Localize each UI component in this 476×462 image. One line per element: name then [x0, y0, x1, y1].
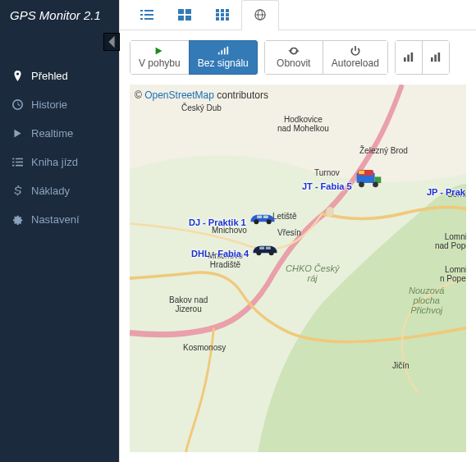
- map-town-label: Vřesín: [277, 228, 301, 237]
- svg-rect-39: [266, 247, 271, 249]
- view-tabs: [120, 0, 476, 30]
- clock-icon: [11, 99, 23, 110]
- grid-small-icon: [216, 9, 229, 21]
- svg-point-36: [254, 219, 259, 224]
- map-region-label: CHKO Českýráj: [286, 263, 339, 283]
- vehicle-marker[interactable]: JP - Prak: [427, 179, 466, 197]
- nav-costs[interactable]: Náklady: [0, 176, 119, 205]
- btn-label: Obnovit: [277, 57, 310, 69]
- bar-chart-icon: [430, 53, 442, 62]
- btn-label: V pohybu: [139, 57, 181, 69]
- map-town-label: Železný Brod: [359, 146, 408, 155]
- svg-rect-34: [257, 216, 262, 218]
- svg-point-37: [266, 219, 271, 224]
- svg-rect-3: [185, 16, 191, 21]
- svg-rect-9: [226, 13, 229, 16]
- dollar-icon: [11, 185, 23, 196]
- nav-label: Náklady: [31, 185, 70, 197]
- filter-group: V pohybu Bez signálu: [130, 40, 258, 75]
- chart1-button[interactable]: [395, 40, 423, 75]
- svg-rect-23: [431, 57, 433, 62]
- svg-rect-4: [216, 9, 219, 12]
- refresh-button[interactable]: Obnovit: [264, 40, 323, 75]
- chevron-left-icon: [104, 34, 119, 49]
- svg-point-41: [269, 250, 274, 255]
- svg-rect-0: [178, 9, 184, 14]
- svg-rect-30: [359, 171, 364, 174]
- filter-nosignal-button[interactable]: Bez signálu: [189, 40, 258, 75]
- svg-rect-20: [404, 57, 406, 62]
- map-town-label: Lomnicen Popelkou: [440, 265, 466, 283]
- car-icon: [251, 242, 279, 257]
- vehicle-marker[interactable]: DHL - Fabia 4: [191, 240, 279, 258]
- nav-history[interactable]: Historie: [0, 90, 119, 119]
- svg-rect-11: [221, 17, 224, 21]
- nav-settings[interactable]: Nastavení: [0, 205, 119, 234]
- nav-label: Realtime: [31, 127, 73, 140]
- svg-rect-16: [218, 53, 220, 55]
- app-title: GPS Monitor 2.1: [0, 0, 119, 34]
- autoreload-button[interactable]: Autoreload: [323, 40, 388, 75]
- vehicle-marker[interactable]: DJ - Praktik 1: [189, 209, 277, 227]
- refresh-icon: [288, 46, 300, 56]
- truck-icon: [355, 168, 382, 190]
- sidebar: GPS Monitor 2.1 Přehled Historie Realtim…: [0, 0, 119, 462]
- map-town-label: Lomnicenad Popelkou: [435, 232, 466, 250]
- svg-rect-8: [221, 13, 224, 16]
- nav-label: Přehled: [31, 70, 68, 82]
- svg-rect-24: [434, 55, 437, 62]
- filter-moving-button[interactable]: V pohybu: [130, 40, 190, 75]
- svg-rect-6: [226, 9, 229, 12]
- tab-grid-small[interactable]: [204, 0, 241, 30]
- toolbar: V pohybu Bez signálu Obnovit Autoreload: [120, 30, 476, 85]
- btn-label: Autoreload: [332, 57, 379, 69]
- globe-icon: [254, 9, 267, 21]
- power-icon: [350, 46, 361, 56]
- nav-label: Nastavení: [31, 213, 80, 226]
- nav-label: Historie: [31, 98, 67, 111]
- tab-map[interactable]: [241, 0, 279, 30]
- map-town-label: Jičín: [392, 361, 410, 370]
- vehicle-label: JP - Prak: [427, 187, 465, 197]
- svg-point-32: [359, 181, 364, 187]
- nav-overview[interactable]: Přehled: [0, 62, 119, 90]
- svg-rect-35: [263, 216, 268, 218]
- map-town-label: Bakov nadJizerou: [169, 295, 208, 313]
- nav-label: Kniha jízd: [31, 156, 78, 168]
- chart-group: [395, 40, 450, 75]
- tab-grid-large[interactable]: [166, 0, 204, 30]
- map-region-label: NouzováplochaPřichvoj: [409, 286, 444, 315]
- nav-logbook[interactable]: Kniha jízd: [0, 148, 119, 176]
- svg-rect-22: [410, 53, 413, 62]
- svg-point-33: [373, 181, 378, 187]
- svg-rect-25: [437, 53, 440, 62]
- svg-rect-5: [221, 9, 224, 12]
- nav: Přehled Historie Realtime Kniha jízd Nák…: [0, 62, 119, 234]
- svg-rect-19: [227, 47, 228, 55]
- list-icon: [11, 157, 23, 167]
- map-canvas[interactable]: © OpenStreetMap contributors Český Dub H…: [130, 85, 466, 452]
- vehicle-label: DHL - Fabia 4: [191, 249, 249, 258]
- nav-realtime[interactable]: Realtime: [0, 119, 119, 148]
- vehicle-marker[interactable]: JT - Fabia 5: [302, 167, 382, 191]
- svg-rect-1: [185, 9, 191, 14]
- pin-icon: [11, 71, 23, 81]
- osm-link[interactable]: OpenStreetMap: [144, 89, 214, 101]
- play-icon: [11, 128, 23, 139]
- play-icon: [153, 46, 165, 56]
- btn-label: Bez signálu: [198, 57, 249, 69]
- svg-point-40: [257, 250, 262, 255]
- bar-chart-icon: [403, 53, 414, 62]
- chart2-button[interactable]: [422, 40, 450, 75]
- svg-rect-17: [221, 50, 222, 54]
- svg-rect-38: [259, 247, 264, 249]
- vehicle-label: JT - Fabia 5: [302, 181, 352, 191]
- signal-icon: [217, 46, 229, 56]
- refresh-group: Obnovit Autoreload: [264, 40, 388, 75]
- grid-large-icon: [178, 9, 191, 21]
- svg-rect-2: [178, 16, 184, 21]
- list-icon: [140, 9, 153, 21]
- collapse-sidebar-button[interactable]: [103, 33, 120, 51]
- svg-rect-12: [226, 17, 229, 21]
- tab-list[interactable]: [128, 0, 166, 30]
